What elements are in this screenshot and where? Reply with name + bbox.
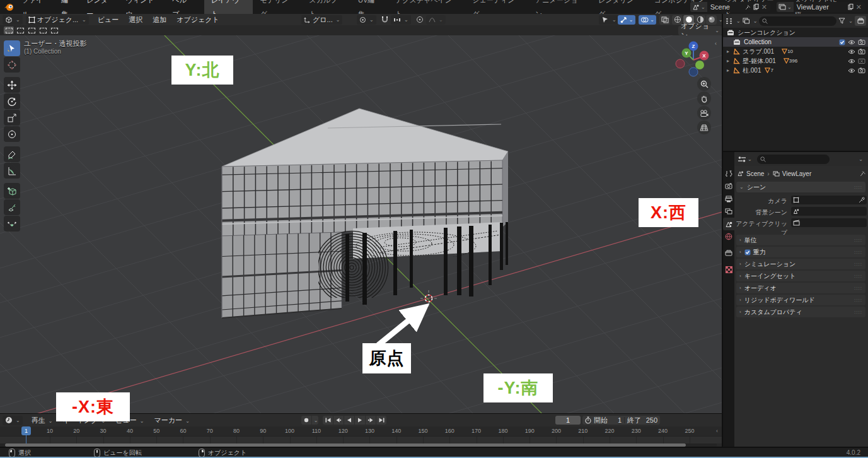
panel-audio[interactable]: ›オーディオ::::: [736, 283, 865, 293]
scene-name-field[interactable]: Scene ✕: [707, 2, 770, 12]
end-frame-value[interactable]: 250: [644, 416, 657, 424]
viewlayer-icon[interactable]: ⌄: [777, 2, 794, 12]
tool-move[interactable]: [4, 77, 20, 93]
panel-keying-sets[interactable]: ›キーイングセット::::: [736, 271, 865, 281]
tool-extra-2[interactable]: [4, 216, 20, 232]
collection-row[interactable]: Collection: [723, 37, 868, 47]
eyedropper-icon[interactable]: [859, 197, 865, 203]
scene-icon[interactable]: ⌄: [690, 2, 707, 12]
transform-orientation-dropdown[interactable]: グロ...⌄: [301, 15, 342, 25]
object-row-wall[interactable]: ▸ 壁-躯体.001 396: [723, 56, 868, 66]
start-frame-value[interactable]: 1: [610, 416, 622, 424]
select-mode-invert[interactable]: [38, 26, 48, 34]
select-mode-subtract[interactable]: [26, 26, 37, 34]
pivot-point-dropdown[interactable]: ⌄: [357, 15, 376, 25]
xray-toggle[interactable]: [659, 15, 670, 25]
scene-selector[interactable]: ⌄ Scene ✕: [690, 2, 770, 12]
menu-viewport-add[interactable]: 追加: [148, 14, 171, 25]
timeline-editor-type-button[interactable]: ⌄: [3, 416, 23, 425]
render-disabled-icon[interactable]: [858, 58, 865, 64]
menu-viewport-view[interactable]: ビュー: [93, 14, 124, 25]
pin-icon[interactable]: [745, 4, 751, 10]
hide-viewport-icon[interactable]: [848, 59, 855, 64]
proportional-editing-icon[interactable]: [416, 16, 424, 23]
building-model[interactable]: [222, 109, 508, 318]
scene-collection-row[interactable]: シーンコレクション: [723, 28, 868, 37]
panel-custom-properties[interactable]: ›カスタムプロパティ::::: [736, 307, 865, 317]
selectability-visibility-dropdown[interactable]: ⌄: [599, 15, 619, 25]
hide-viewport-icon[interactable]: [848, 68, 855, 73]
disable-render-icon[interactable]: [858, 39, 865, 45]
collection-checkbox[interactable]: [839, 39, 845, 45]
filter-icon[interactable]: [838, 18, 845, 24]
playhead[interactable]: 1: [21, 426, 31, 435]
play-button[interactable]: [355, 416, 365, 425]
outliner-search-input[interactable]: [759, 16, 836, 26]
tool-transform[interactable]: [4, 126, 20, 142]
tool-select-box[interactable]: [4, 40, 20, 56]
options-button[interactable]: オプション⌄: [678, 26, 722, 35]
viewlayer-name-field[interactable]: ViewLayer ✕: [794, 2, 865, 12]
proportional-falloff-dropdown[interactable]: ⌄: [426, 15, 446, 25]
disable-render-icon[interactable]: [858, 49, 865, 54]
background-scene-field[interactable]: [791, 207, 867, 216]
show-gizmo-toggle[interactable]: ⌄: [618, 15, 635, 25]
object-row-column[interactable]: ▸ 柱.001 7: [723, 66, 868, 75]
tool-measure[interactable]: [4, 163, 20, 179]
tool-extra-1[interactable]: [4, 199, 20, 215]
prev-keyframe-button[interactable]: [333, 416, 344, 425]
gravity-checkbox[interactable]: [744, 249, 751, 255]
viewport-3d[interactable]: ユーザー・透視投影 (1) Collection: [0, 35, 722, 413]
properties-editor-icon[interactable]: [738, 156, 746, 163]
object-row-slab[interactable]: ▸ スラブ.001 10: [723, 47, 868, 56]
mode-selector[interactable]: オブジェク...⌄: [26, 15, 89, 25]
tool-rotate[interactable]: [4, 93, 20, 109]
tool-add-cube[interactable]: [4, 183, 20, 199]
jump-to-end-button[interactable]: [376, 416, 386, 425]
tool-cursor[interactable]: [4, 57, 20, 73]
panel-rigid-body-world[interactable]: ›リジッドボディワールド::::: [736, 295, 865, 305]
play-reverse-button[interactable]: [344, 416, 354, 425]
panel-simulation[interactable]: ›シミュレーション::::: [736, 259, 865, 269]
stopwatch-icon[interactable]: [585, 416, 591, 424]
zoom-view-button[interactable]: [697, 77, 711, 91]
outliner-editor-icon[interactable]: [725, 18, 733, 25]
viewlayer-selector[interactable]: ⌄ ViewLayer ✕: [777, 2, 865, 12]
pin-icon[interactable]: [860, 170, 866, 177]
hide-viewport-icon[interactable]: [848, 49, 855, 54]
remove-viewlayer-icon[interactable]: ✕: [856, 3, 862, 11]
snap-magnet-icon[interactable]: [381, 16, 389, 23]
panel-scene[interactable]: ⌄シーン::::: [736, 182, 865, 192]
breadcrumb-viewlayer[interactable]: ViewLayer: [782, 170, 812, 177]
menu-playback[interactable]: 再生 ⌄: [26, 416, 58, 425]
hide-viewport-icon[interactable]: [848, 40, 855, 45]
tab-collection[interactable]: [723, 247, 734, 259]
unlink-scene-icon[interactable]: ✕: [761, 3, 767, 11]
copy-icon[interactable]: [753, 4, 759, 10]
editor-type-button[interactable]: ⌄: [3, 15, 23, 25]
menu-viewport-select[interactable]: 選択: [124, 14, 148, 25]
panel-units[interactable]: ›単位::::: [736, 235, 865, 245]
jump-to-start-button[interactable]: [323, 416, 333, 425]
active-clip-field[interactable]: [791, 218, 867, 227]
tool-annotate[interactable]: [4, 146, 20, 162]
breadcrumb-scene[interactable]: Scene: [746, 170, 764, 177]
properties-search-input[interactable]: [757, 155, 830, 164]
snap-target-dropdown[interactable]: ⌄: [391, 15, 411, 25]
timeline-track-area[interactable]: [0, 436, 722, 443]
auto-keying-button[interactable]: [301, 416, 311, 425]
orthographic-toggle-button[interactable]: [697, 120, 711, 134]
tab-texture[interactable]: [723, 263, 734, 276]
tool-scale[interactable]: [4, 110, 20, 126]
properties-options-dropdown[interactable]: ⌄: [859, 156, 863, 162]
menu-viewport-object[interactable]: オブジェクト: [171, 14, 224, 25]
current-frame-field[interactable]: 1: [555, 416, 581, 425]
new-collection-button[interactable]: [855, 16, 866, 26]
select-mode-set[interactable]: [4, 26, 14, 34]
tab-tool[interactable]: [723, 167, 734, 180]
keying-dropdown[interactable]: ⌄: [312, 416, 318, 425]
display-mode-icon[interactable]: [743, 18, 750, 24]
timeline-ruler[interactable]: 1020304050607080901001101201301401501601…: [0, 426, 722, 436]
camera-field[interactable]: [791, 196, 867, 204]
panel-gravity[interactable]: › 重力::::: [736, 247, 865, 257]
